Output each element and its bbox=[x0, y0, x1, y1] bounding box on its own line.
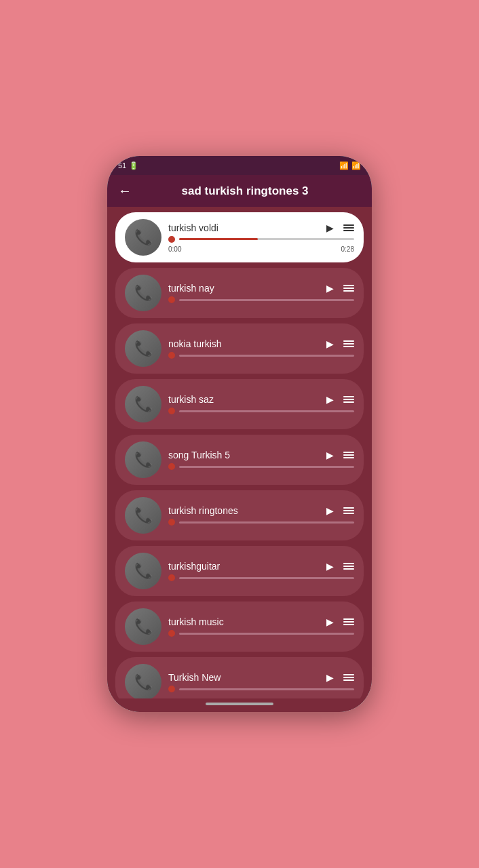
menu-line-1 bbox=[343, 452, 354, 453]
progress-track[interactable] bbox=[179, 466, 354, 468]
menu-line-2 bbox=[343, 288, 354, 289]
item-controls: ▶ bbox=[326, 222, 354, 233]
ringtone-item[interactable]: 📞turkishguitar▶ bbox=[115, 546, 364, 596]
item-body: turkish nay▶ bbox=[168, 283, 354, 303]
menu-button[interactable] bbox=[343, 224, 354, 231]
ringtone-avatar: 📞 bbox=[125, 608, 161, 645]
item-controls: ▶ bbox=[326, 338, 354, 349]
menu-button[interactable] bbox=[343, 396, 354, 403]
menu-line-2 bbox=[343, 621, 354, 623]
ringtone-item[interactable]: 📞nokia turkish▶ bbox=[115, 323, 364, 374]
item-body: turkish saz▶ bbox=[168, 394, 354, 414]
item-top-row: nokia turkish▶ bbox=[168, 338, 354, 349]
play-button[interactable]: ▶ bbox=[326, 222, 334, 233]
ringtone-name: song Turkish 5 bbox=[168, 450, 230, 460]
progress-track[interactable] bbox=[179, 410, 354, 412]
progress-track[interactable] bbox=[179, 688, 354, 690]
ringtone-item[interactable]: 📞turkish voldi▶ 0:000:28 bbox=[115, 212, 364, 262]
item-body: song Turkish 5▶ bbox=[168, 450, 354, 470]
progress-fill bbox=[179, 238, 258, 240]
play-button[interactable]: ▶ bbox=[326, 338, 334, 349]
progress-track[interactable] bbox=[179, 577, 354, 579]
progress-dot bbox=[168, 686, 175, 692]
menu-line-1 bbox=[343, 285, 354, 286]
play-button[interactable]: ▶ bbox=[326, 672, 334, 683]
progress-track[interactable] bbox=[179, 633, 354, 635]
menu-line-1 bbox=[343, 507, 354, 509]
menu-line-1 bbox=[343, 340, 354, 342]
menu-button[interactable] bbox=[343, 618, 354, 625]
menu-button[interactable] bbox=[343, 507, 354, 514]
item-body: turkish voldi▶ 0:000:28 bbox=[168, 222, 354, 253]
play-button[interactable]: ▶ bbox=[326, 394, 334, 405]
ringtone-avatar: 📞 bbox=[125, 553, 161, 589]
menu-line-3 bbox=[343, 401, 354, 403]
ringtone-item[interactable]: 📞turkish ringtones▶ bbox=[115, 490, 364, 540]
menu-line-3 bbox=[343, 346, 354, 347]
menu-button[interactable] bbox=[343, 563, 354, 570]
item-controls: ▶ bbox=[326, 672, 354, 683]
time-current: 0:00 bbox=[168, 245, 181, 253]
ringtone-avatar: 📞 bbox=[125, 330, 161, 367]
ringtone-item[interactable]: 📞song Turkish 5▶ bbox=[115, 435, 364, 485]
status-right: 📶 📶 bbox=[339, 161, 361, 170]
progress-row bbox=[168, 686, 354, 692]
menu-line-1 bbox=[343, 618, 354, 620]
ringtone-avatar: 📞 bbox=[125, 219, 161, 256]
menu-line-1 bbox=[343, 396, 354, 397]
item-controls: ▶ bbox=[326, 505, 354, 516]
menu-button[interactable] bbox=[343, 674, 354, 681]
ringtone-item[interactable]: 📞turkish saz▶ bbox=[115, 379, 364, 429]
progress-track[interactable] bbox=[179, 238, 354, 240]
menu-button[interactable] bbox=[343, 452, 354, 458]
menu-button[interactable] bbox=[343, 285, 354, 292]
menu-line-2 bbox=[343, 343, 354, 344]
phone-frame: 51 🔋 📶 📶 ← sad turkish ringtones 3 📞turk… bbox=[107, 156, 372, 712]
item-controls: ▶ bbox=[326, 394, 354, 405]
ringtone-list: 📞turkish voldi▶ 0:000:28📞turkish nay▶ 📞n… bbox=[107, 207, 372, 698]
item-top-row: turkish voldi▶ bbox=[168, 222, 354, 233]
progress-row bbox=[168, 574, 354, 581]
item-controls: ▶ bbox=[326, 283, 354, 294]
progress-track[interactable] bbox=[179, 521, 354, 524]
phone-icon: 📞 bbox=[134, 395, 153, 413]
home-indicator bbox=[107, 698, 372, 712]
item-top-row: turkish ringtones▶ bbox=[168, 505, 354, 516]
progress-dot bbox=[168, 463, 175, 470]
signal-text: 51 bbox=[118, 161, 126, 170]
play-button[interactable]: ▶ bbox=[326, 505, 334, 516]
phone-icon: 📞 bbox=[134, 284, 153, 302]
play-button[interactable]: ▶ bbox=[326, 450, 334, 460]
ringtone-name: nokia turkish bbox=[168, 338, 222, 349]
ringtone-item[interactable]: 📞turkish music▶ bbox=[115, 601, 364, 652]
back-button[interactable]: ← bbox=[118, 183, 132, 199]
ringtone-item[interactable]: 📞turkish nay▶ bbox=[115, 268, 364, 318]
home-bar bbox=[206, 703, 273, 705]
menu-button[interactable] bbox=[343, 340, 354, 347]
menu-line-3 bbox=[343, 290, 354, 292]
phone-icon: 📞 bbox=[134, 451, 153, 469]
play-button[interactable]: ▶ bbox=[326, 561, 334, 572]
item-controls: ▶ bbox=[326, 561, 354, 572]
time-total: 0:28 bbox=[341, 245, 354, 253]
phone-icon: 📞 bbox=[134, 340, 153, 357]
ringtone-name: turkishguitar bbox=[168, 561, 220, 572]
play-button[interactable]: ▶ bbox=[326, 283, 334, 294]
ringtone-name: turkish voldi bbox=[168, 222, 218, 233]
ringtone-avatar: 📞 bbox=[125, 386, 161, 422]
progress-dot bbox=[168, 574, 175, 581]
play-button[interactable]: ▶ bbox=[326, 616, 334, 627]
menu-line-2 bbox=[343, 566, 354, 567]
ringtone-name: Turkish New bbox=[168, 672, 221, 683]
ringtone-item[interactable]: 📞Turkish New▶ bbox=[115, 657, 364, 698]
page-title: sad turkish ringtones 3 bbox=[142, 184, 347, 198]
progress-row bbox=[168, 236, 354, 243]
menu-line-1 bbox=[343, 224, 354, 226]
progress-row bbox=[168, 519, 354, 526]
phone-icon: 📞 bbox=[134, 507, 153, 524]
menu-line-2 bbox=[343, 227, 354, 229]
progress-track[interactable] bbox=[179, 355, 354, 357]
ringtone-name: turkish music bbox=[168, 616, 224, 627]
progress-track[interactable] bbox=[179, 299, 354, 301]
menu-line-3 bbox=[343, 230, 354, 231]
